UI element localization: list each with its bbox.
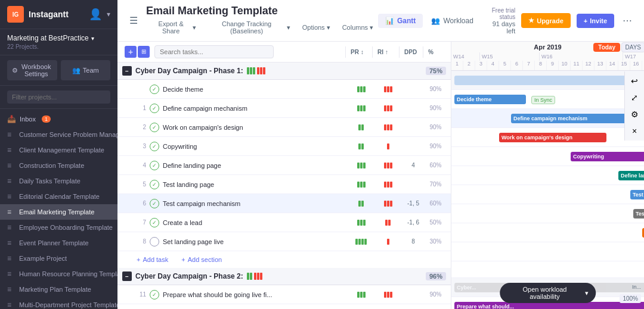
open-workload-button[interactable]: Open workload availability ▾: [500, 283, 596, 303]
sidebar-item-construction[interactable]: ≡ Construction Template: [0, 158, 117, 173]
team-icon: 👥: [72, 67, 80, 74]
bar: [260, 67, 262, 74]
invite-button[interactable]: + Invite: [577, 14, 614, 28]
task-pr: [348, 220, 374, 226]
bar: [260, 273, 262, 280]
sidebar-toggle-icon[interactable]: ▾: [107, 10, 110, 18]
sidebar-item-marketing-plan[interactable]: ≡ Marketing Plan Template: [0, 282, 117, 297]
filter-section: [0, 86, 117, 109]
task-checkbox[interactable]: [150, 237, 159, 246]
project-icon: ≡: [7, 239, 16, 247]
task-checkbox[interactable]: [150, 123, 159, 132]
group-collapse-icon[interactable]: −: [122, 271, 132, 281]
sidebar-item-event-planner[interactable]: ≡ Event Planner Template: [0, 235, 117, 251]
task-checkbox[interactable]: [150, 290, 159, 299]
group-header-phase2[interactable]: − Cyber Day Campaign - Phase 2:: [117, 268, 451, 285]
workbook-settings-button[interactable]: ⚙ Workbook Settings: [7, 60, 57, 80]
expand-icon[interactable]: ⤢: [627, 90, 642, 105]
change-tracking-button[interactable]: Change Tracking (Baselines) ▾: [203, 18, 295, 36]
right-panel-icons: ↩ ⤢ ⚙ ×: [624, 71, 644, 141]
team-button[interactable]: 👥 Team: [61, 60, 111, 80]
task-pr: [348, 201, 374, 207]
close-panel-icon[interactable]: ×: [627, 124, 642, 138]
workspace-name[interactable]: Marketing at BestPractice ▾: [7, 34, 110, 42]
table-row[interactable]: 7 Create a lead -1, 6 50%: [117, 213, 451, 232]
task-pr: [348, 292, 374, 298]
group-collapse-icon[interactable]: −: [122, 66, 132, 76]
search-input[interactable]: [154, 45, 274, 58]
table-row[interactable]: 2 Work on campaign's design 90%: [117, 118, 451, 137]
sidebar-item-employee-onboarding[interactable]: ≡ Employee Onboarding Template: [0, 220, 117, 235]
inbox-icon: 📥: [7, 115, 16, 123]
task-pr: [348, 86, 374, 92]
task-pct: 70%: [425, 181, 446, 188]
sort-icon[interactable]: ↕: [361, 49, 364, 55]
table-row[interactable]: 3 Copywriting 90%: [117, 137, 451, 156]
sort-icon[interactable]: ↑: [385, 49, 388, 55]
tab-gantt[interactable]: 📊 Gantt: [378, 14, 423, 28]
days-select-button[interactable]: DAYS: [621, 42, 645, 52]
upgrade-button[interactable]: ★ Upgrade: [521, 13, 571, 28]
add-col-button[interactable]: ⊞: [138, 46, 150, 58]
sidebar-item-hr-planning[interactable]: ≡ Human Resource Planning Template: [0, 266, 117, 282]
more-options-icon[interactable]: ⋯: [620, 13, 634, 29]
hamburger-menu-button[interactable]: ☰: [127, 13, 140, 29]
projects-list: 📥 Inbox 1 ≡ Customer Service Problem Man…: [0, 109, 117, 309]
sidebar-item-editorial[interactable]: ≡ Editorial Calendar Template: [0, 189, 117, 204]
sidebar-item-multi-dept[interactable]: ≡ Multi-Department Project Template: [0, 297, 117, 309]
options-button[interactable]: Options ▾: [298, 22, 335, 33]
user-avatar-icon[interactable]: 👤: [89, 8, 102, 21]
task-pct: 90%: [425, 143, 446, 149]
sidebar-item-customer-service[interactable]: ≡ Customer Service Problem Management Te…: [0, 127, 117, 142]
project-icon: ≡: [7, 223, 16, 232]
task-number: 8: [132, 238, 146, 245]
add-task-button[interactable]: + Add task: [132, 254, 173, 265]
undo-icon[interactable]: ↩: [627, 74, 642, 88]
task-checkbox[interactable]: [150, 104, 159, 113]
table-row[interactable]: Decide theme 90%: [117, 80, 451, 99]
task-pct: 90%: [425, 105, 446, 111]
add-section-button[interactable]: + Add section: [177, 254, 227, 265]
export-share-button[interactable]: Export & Share ▾: [146, 18, 201, 36]
table-row[interactable]: 12 Make sure copywrite is on point 12 90…: [117, 304, 451, 309]
gantt-bar-phase1: [454, 76, 644, 85]
table-row[interactable]: 6 Test campaign mechanism -1, 5 60%: [117, 194, 451, 213]
page-title: Email Marketing Template: [146, 5, 378, 17]
table-row[interactable]: 11 Prepare what should be going live fi.…: [117, 285, 451, 304]
filter-projects-input[interactable]: [7, 90, 110, 104]
tab-workload[interactable]: 👥 Workload: [424, 14, 480, 28]
col-header-pct: %: [423, 46, 444, 58]
columns-button[interactable]: Columns ▾: [338, 22, 378, 33]
task-checkbox[interactable]: [150, 180, 159, 189]
day-cell: 10: [559, 61, 571, 70]
topbar-right: 📊 Gantt 👥 Workload Free trial status 91 …: [378, 7, 634, 35]
group-name: Cyber Day Campaign - Phase 2:: [135, 272, 243, 280]
table-row[interactable]: 1 Define campaign mechanism 90%: [117, 99, 451, 118]
add-row-button[interactable]: +: [125, 46, 137, 58]
task-checkbox[interactable]: [150, 142, 159, 151]
sidebar-item-example-project[interactable]: ≡ Example Project: [0, 251, 117, 266]
task-name: Define campaign mechanism: [163, 105, 348, 112]
task-checkbox[interactable]: [150, 85, 159, 94]
today-button[interactable]: Today: [593, 43, 620, 52]
settings-panel-icon[interactable]: ⚙: [627, 107, 642, 121]
dropdown-icon: ▾: [327, 24, 330, 32]
task-dpd: -1, 6: [401, 219, 425, 226]
task-cols: 8 30%: [348, 238, 446, 245]
task-ri: [374, 124, 401, 130]
table-row[interactable]: 5 Test landing page 70%: [117, 175, 451, 194]
sidebar-item-client-mgmt[interactable]: ≡ Client Management Template: [0, 142, 117, 158]
bar: [250, 273, 252, 280]
task-cols: 90%: [348, 143, 446, 149]
task-checkbox[interactable]: [150, 199, 159, 208]
sidebar-item-email-marketing[interactable]: ≡ Email Marketing Template: [0, 204, 117, 220]
trial-days: 91 days left: [487, 20, 515, 35]
task-checkbox[interactable]: [150, 161, 159, 170]
table-row[interactable]: 4 Define landing page 4 60%: [117, 156, 451, 175]
sidebar-item-inbox[interactable]: 📥 Inbox 1: [0, 111, 117, 127]
table-row[interactable]: 8 Set landing page live 8 30%: [117, 232, 451, 251]
group-header-phase1[interactable]: − Cyber Day Campaign - Phase 1:: [117, 63, 451, 80]
chart-row-test-campaign: Test campaign mechanism: [451, 204, 644, 223]
task-checkbox[interactable]: [150, 218, 159, 227]
sidebar-item-daily-tasks[interactable]: ≡ Daily Tasks Template: [0, 173, 117, 189]
